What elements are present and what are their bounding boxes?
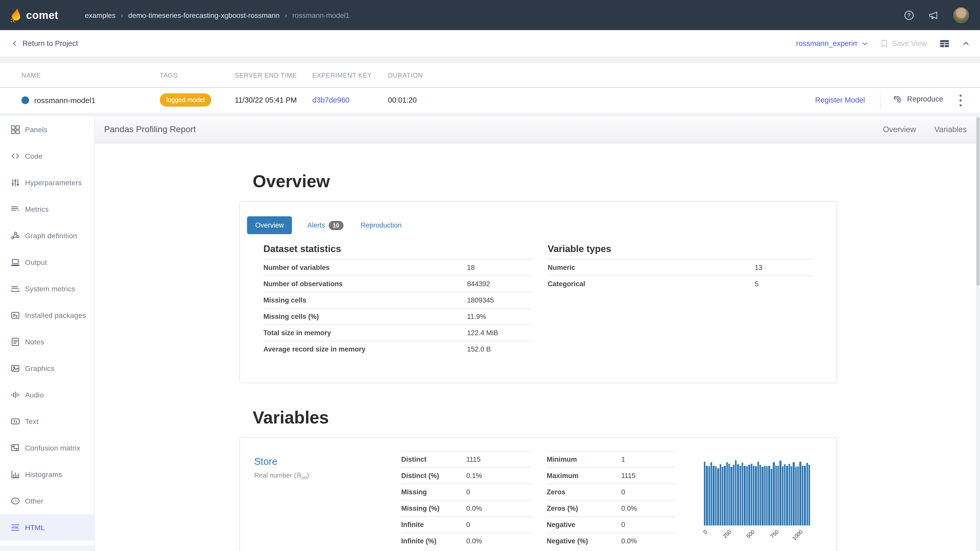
collapse-chevron-up-icon[interactable] bbox=[962, 40, 970, 47]
comet-logo[interactable]: comet bbox=[9, 7, 59, 23]
stat-label: Categorical bbox=[548, 280, 585, 288]
stat-label: Negative (%) bbox=[547, 537, 588, 545]
report-nav-overview[interactable]: Overview bbox=[883, 125, 916, 134]
sidebar-item-label: Notes bbox=[25, 338, 44, 346]
stat-row: Maximum1115 bbox=[547, 467, 675, 484]
experiment-key-link[interactable]: d3b7de960 bbox=[312, 96, 349, 104]
report-scrollbar-thumb[interactable] bbox=[977, 118, 980, 286]
sidebar-item-histograms[interactable]: Histograms bbox=[0, 461, 94, 488]
column-header-name[interactable]: NAME bbox=[21, 72, 41, 79]
save-view-button[interactable]: Save View bbox=[880, 39, 927, 48]
histogram-bar bbox=[786, 466, 788, 526]
sidebar-item-label: Histograms bbox=[25, 470, 62, 478]
column-header-duration[interactable]: DURATION bbox=[388, 72, 423, 79]
html-icon: HTML bbox=[10, 522, 21, 533]
return-to-project-button[interactable]: Return to Project bbox=[11, 30, 78, 57]
stat-row: Missing (%)0.0% bbox=[401, 500, 531, 516]
histogram-bar bbox=[806, 463, 808, 526]
reproduce-button[interactable]: Reproduce bbox=[892, 94, 943, 104]
notes-icon bbox=[10, 337, 21, 347]
stat-label: Minimum bbox=[547, 456, 577, 463]
report-nav-variables[interactable]: Variables bbox=[934, 125, 967, 134]
histogram-bar bbox=[744, 466, 746, 526]
chevron-down-icon bbox=[862, 40, 868, 47]
sidebar-item-code[interactable]: Code bbox=[0, 143, 94, 169]
stat-label: Number of variables bbox=[263, 264, 330, 272]
store-variable-link[interactable]: Store bbox=[254, 456, 277, 467]
overview-heading: Overview bbox=[253, 171, 330, 191]
overview-card: Overview Alerts 10 Reproduction Dataset … bbox=[239, 201, 837, 383]
tab-alerts[interactable]: Alerts 10 bbox=[307, 221, 344, 230]
breadcrumb: examples›demo-timeseries-forecasting-xgb… bbox=[85, 11, 350, 19]
stat-row: Distinct1115 bbox=[401, 451, 531, 467]
histogram-bar bbox=[753, 466, 755, 526]
sidebar-item-graph-definition[interactable]: Graph definition bbox=[0, 222, 94, 249]
histogram-bar bbox=[771, 469, 773, 526]
stat-label: Distinct bbox=[401, 456, 426, 463]
output-icon bbox=[10, 257, 21, 267]
sidebar-item-html[interactable]: HTMLHTML bbox=[0, 514, 94, 541]
column-header-server-end-time[interactable]: SERVER END TIME bbox=[235, 72, 297, 79]
experiment-tag-badge[interactable]: logged model bbox=[160, 94, 211, 106]
breadcrumb-separator-icon: › bbox=[121, 11, 123, 19]
breadcrumb-item: rossmann-model1 bbox=[292, 11, 349, 19]
sidebar-item-label: Audio bbox=[25, 391, 44, 399]
fingerprint-icon bbox=[892, 94, 902, 104]
histogram-bar bbox=[793, 462, 795, 526]
stat-label: Zeros (%) bbox=[547, 505, 578, 512]
help-icon[interactable]: ? bbox=[904, 10, 915, 21]
experiment-sidebar: PanelsCodeHyperparametersMetricsGraph de… bbox=[0, 116, 94, 545]
user-avatar[interactable] bbox=[953, 6, 970, 24]
stat-label: Maximum bbox=[547, 472, 579, 480]
sidebar-item-panels[interactable]: Panels bbox=[0, 116, 94, 143]
sidebar-item-audio[interactable]: Audio bbox=[0, 382, 94, 408]
breadcrumb-item[interactable]: demo-timeseries-forecasting-xgboost-ross… bbox=[128, 11, 280, 19]
sidebar-item-confusion-matrix[interactable]: Confusion matrix bbox=[0, 435, 94, 461]
server-end-time-value: 11/30/22 05:41 PM bbox=[235, 96, 297, 104]
sidebar-item-text[interactable]: TтText bbox=[0, 408, 94, 435]
duration-value: 00:01:20 bbox=[388, 96, 417, 104]
stat-label: Missing bbox=[401, 488, 427, 496]
sidebar-item-installed-packages[interactable]: PyInstalled packages bbox=[0, 302, 94, 329]
stat-row: Infinite0 bbox=[401, 516, 531, 533]
sidebar-item-other[interactable]: Other bbox=[0, 488, 94, 514]
histogram-bar bbox=[762, 467, 764, 526]
svg-text:Py: Py bbox=[13, 313, 18, 318]
histogram-bar bbox=[726, 462, 728, 526]
sidebar-item-label: Metrics bbox=[25, 205, 49, 213]
tab-reproduction[interactable]: Reproduction bbox=[361, 221, 402, 229]
breadcrumb-item[interactable]: examples bbox=[85, 11, 116, 19]
histogram-bar bbox=[719, 464, 721, 526]
tab-overview[interactable]: Overview bbox=[247, 216, 292, 234]
experiment-table-row[interactable]: rossmann-model1 logged model 11/30/22 05… bbox=[0, 88, 980, 113]
histogram-bar bbox=[802, 466, 803, 526]
sidebar-item-system-metrics[interactable]: System metrics bbox=[0, 275, 94, 302]
sidebar-item-hyperparameters[interactable]: Hyperparameters bbox=[0, 169, 94, 196]
stat-value: 844392 bbox=[467, 280, 490, 288]
experiment-view-selector[interactable]: rossmann_experim bbox=[796, 39, 868, 48]
table-layout-icon[interactable] bbox=[939, 38, 950, 48]
register-model-button[interactable]: Register Model bbox=[815, 96, 865, 104]
histogram-bar bbox=[706, 466, 708, 526]
stat-label: Total size in memory bbox=[263, 329, 331, 337]
bookmark-icon bbox=[880, 39, 888, 48]
histogram-bar bbox=[708, 466, 710, 526]
sidebar-item-label: Confusion matrix bbox=[25, 444, 80, 452]
announcements-megaphone-icon[interactable] bbox=[928, 10, 939, 21]
stat-row: Total size in memory122.4 MiB bbox=[263, 324, 531, 341]
actions-divider bbox=[880, 91, 880, 110]
report-scrollbar-track[interactable] bbox=[976, 116, 980, 551]
column-header-experiment-key[interactable]: EXPERIMENT KEY bbox=[312, 72, 372, 79]
experiment-name[interactable]: rossmann-model1 bbox=[34, 96, 95, 105]
sidebar-item-notes[interactable]: Notes bbox=[0, 329, 94, 355]
row-kebab-menu-icon[interactable] bbox=[956, 93, 966, 108]
sidebar-item-output[interactable]: Output bbox=[0, 249, 94, 275]
sidebar-item-graphics[interactable]: Graphics bbox=[0, 355, 94, 382]
stat-label: Distinct (%) bbox=[401, 472, 439, 480]
svg-text:Tт: Tт bbox=[13, 419, 18, 424]
histogram-bar bbox=[775, 466, 777, 526]
stat-value: 122.4 MiB bbox=[467, 329, 498, 337]
sidebar-item-metrics[interactable]: Metrics bbox=[0, 196, 94, 222]
column-header-tags[interactable]: TAGS bbox=[160, 72, 178, 79]
stat-label: Zeros bbox=[547, 488, 566, 496]
